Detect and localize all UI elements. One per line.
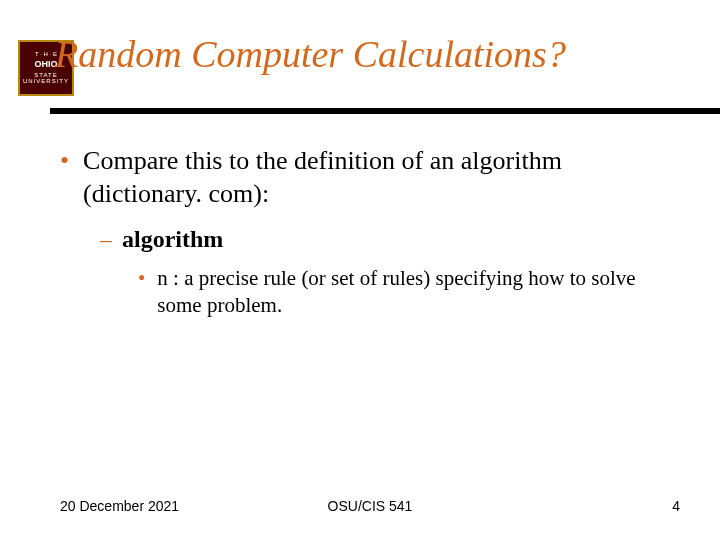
slide-content: • Compare this to the definition of an a… xyxy=(60,145,670,320)
bullet-level-1: • Compare this to the definition of an a… xyxy=(60,145,670,210)
bullet-level-2: – algorithm xyxy=(100,224,670,255)
footer-date: 20 December 2021 xyxy=(60,498,179,514)
logo-the: T · H · E xyxy=(35,51,57,58)
slide-title: Random Computer Calculations? xyxy=(55,32,700,76)
bullet-dash-icon: – xyxy=(100,224,112,255)
footer-center: OSU/CIS 541 xyxy=(328,498,413,514)
bullet-level-3: • n : a precise rule (or set of rules) s… xyxy=(138,265,670,320)
footer-page-number: 4 xyxy=(672,498,680,514)
logo-university: UNIVERSITY xyxy=(23,78,69,85)
bullet-dot-icon: • xyxy=(138,265,145,320)
title-underline xyxy=(50,108,720,114)
bullet-level-3-text: n : a precise rule (or set of rules) spe… xyxy=(157,265,670,320)
slide-footer: 20 December 2021 OSU/CIS 541 4 xyxy=(60,498,680,514)
bullet-level-2-text: algorithm xyxy=(122,224,223,255)
slide: T · H · E OHIO STATE UNIVERSITY Random C… xyxy=(0,0,720,540)
bullet-level-1-text: Compare this to the definition of an alg… xyxy=(83,145,670,210)
bullet-dot-icon: • xyxy=(60,145,69,210)
